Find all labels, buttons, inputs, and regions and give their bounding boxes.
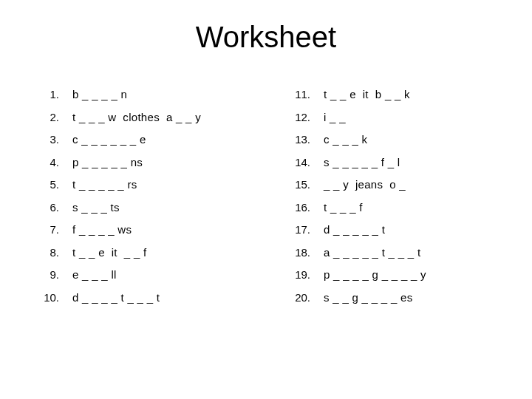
item-number: 15.: [294, 174, 324, 197]
item-number: 17.: [294, 219, 324, 242]
worksheet-item: t _ _ e it b _ _ k: [324, 83, 426, 106]
worksheet-item: p _ _ _ _ _ ns: [72, 151, 201, 174]
item-number: 13.: [294, 129, 324, 151]
worksheet-item: i _ _: [324, 106, 426, 129]
item-number: 7.: [43, 219, 72, 242]
item-number: 20.: [294, 287, 324, 310]
right-column: 11. 12. 13. 14. 15. 16. 17. 18. 19. 20. …: [294, 83, 516, 309]
item-number: 9.: [43, 264, 72, 287]
item-number: 2.: [43, 106, 72, 129]
worksheet-item: c _ _ _ _ _ _ e: [72, 129, 201, 151]
worksheet-item: t _ _ _ w clothes a _ _ y: [72, 106, 201, 129]
item-number: 12.: [294, 106, 324, 129]
item-number: 11.: [294, 83, 324, 106]
worksheet-item: t _ _ _ _ _ rs: [72, 174, 201, 197]
worksheet-item: b _ _ _ _ n: [72, 83, 201, 106]
worksheet-item: t _ _ e it _ _ f: [72, 242, 201, 265]
worksheet-item: s _ _ _ ts: [72, 197, 201, 219]
worksheet-item: s _ _ g _ _ _ _ es: [324, 287, 426, 310]
worksheet-item: d _ _ _ _ _ t: [324, 219, 426, 242]
item-number: 8.: [43, 242, 72, 265]
right-numbers: 11. 12. 13. 14. 15. 16. 17. 18. 19. 20.: [294, 83, 324, 309]
item-number: 19.: [294, 264, 324, 287]
item-number: 14.: [294, 151, 324, 174]
item-number: 5.: [43, 174, 72, 197]
worksheet-item: d _ _ _ _ t _ _ _ t: [72, 287, 201, 310]
worksheet-item: f _ _ _ _ ws: [72, 219, 201, 242]
item-number: 3.: [43, 129, 72, 151]
worksheet-item: t _ _ _ f: [324, 197, 426, 219]
worksheet-item: e _ _ _ ll: [72, 264, 201, 287]
worksheet-item: p _ _ _ _ g _ _ _ _ y: [324, 264, 426, 287]
worksheet-item: s _ _ _ _ _ f _ l: [324, 151, 426, 174]
left-column: 1. 2. 3. 4. 5. 6. 7. 8. 9. 10. b _ _ _ _…: [43, 83, 294, 309]
left-items: b _ _ _ _ n t _ _ _ w clothes a _ _ y c …: [72, 83, 201, 309]
item-number: 18.: [294, 242, 324, 265]
page-title: Worksheet: [0, 0, 532, 83]
item-number: 4.: [43, 151, 72, 174]
item-number: 1.: [43, 83, 72, 106]
worksheet-item: c _ _ _ k: [324, 129, 426, 151]
worksheet-item: a _ _ _ _ _ t _ _ _ t: [324, 242, 426, 265]
item-number: 10.: [43, 287, 72, 310]
left-numbers: 1. 2. 3. 4. 5. 6. 7. 8. 9. 10.: [43, 83, 72, 309]
worksheet-item: _ _ y jeans o _: [324, 174, 426, 197]
worksheet-columns: 1. 2. 3. 4. 5. 6. 7. 8. 9. 10. b _ _ _ _…: [0, 83, 532, 309]
item-number: 16.: [294, 197, 324, 219]
right-items: t _ _ e it b _ _ k i _ _ c _ _ _ k s _ _…: [324, 83, 426, 309]
item-number: 6.: [43, 197, 72, 219]
